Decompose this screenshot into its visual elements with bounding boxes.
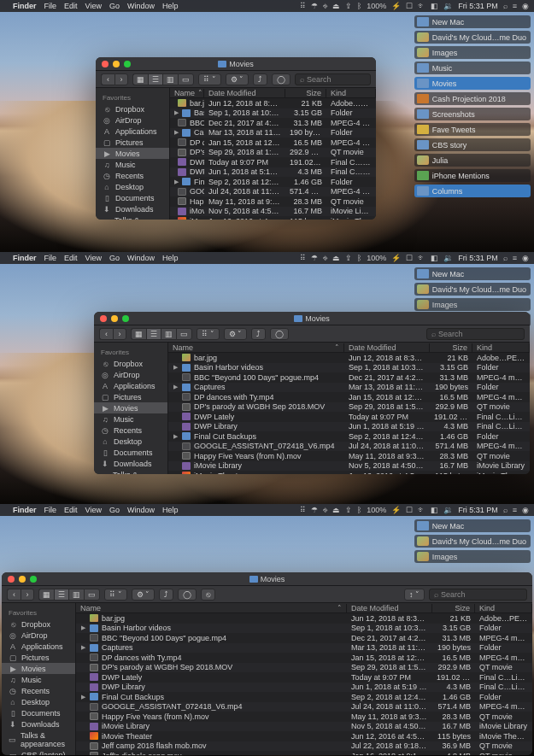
desktop-stack[interactable]: New Mac: [414, 15, 531, 28]
sidebar-item[interactable]: ⌂Desktop: [94, 436, 167, 447]
sidebar-item[interactable]: ♫Music: [94, 413, 167, 425]
sidebar-item[interactable]: ⌂Desktop: [96, 181, 169, 192]
file-row[interactable]: iMovie Theater Jun 12, 2016 at 4:53 PM 1…: [76, 731, 532, 741]
menu-item[interactable]: Go: [109, 506, 120, 514]
desktop-stack[interactable]: New Mac: [414, 267, 531, 280]
minimize-button[interactable]: [111, 315, 118, 322]
file-row[interactable]: iMovie Library Nov 5, 2018 at 4:50 PM 16…: [76, 722, 532, 732]
icon-view-button[interactable]: ▦: [38, 589, 54, 601]
file-row[interactable]: iMovie Library Nov 5, 2018 at 4:50 PM 16…: [170, 207, 376, 217]
file-row[interactable]: Happy Five Years (from N).mov May 11, 20…: [76, 712, 532, 722]
status-icon[interactable]: ⏏: [332, 2, 340, 10]
back-button[interactable]: ‹: [99, 328, 113, 340]
file-row[interactable]: DWP Library Jun 1, 2018 at 5:19 PM 4.3 M…: [168, 422, 530, 432]
menu-extra-icon[interactable]: ◉: [522, 2, 529, 10]
zoom-button[interactable]: [124, 61, 131, 67]
sidebar-item[interactable]: ◎AirDrop: [94, 369, 167, 380]
desktop-stack[interactable]: CBS story: [414, 138, 531, 151]
desktop-stack[interactable]: Images: [414, 46, 531, 59]
disclosure-icon[interactable]: ▶: [80, 694, 86, 700]
sidebar-item[interactable]: ◎AirDrop: [2, 630, 75, 641]
col-kind[interactable]: Kind: [472, 343, 530, 352]
desktop-stack[interactable]: iPhone Mentions: [414, 169, 531, 182]
sidebar-item[interactable]: AApplications: [2, 641, 75, 652]
file-row[interactable]: ▶Captures Mar 13, 2018 at 11:58 PM 190 b…: [170, 128, 376, 138]
disclosure-icon[interactable]: ▶: [80, 624, 86, 631]
sidebar-item[interactable]: ◷Recents: [2, 685, 75, 696]
disclosure-icon[interactable]: ▶: [174, 179, 179, 185]
status-icon[interactable]: ☐: [406, 506, 413, 514]
menu-item[interactable]: View: [85, 506, 102, 514]
file-row[interactable]: GOOGLE_ASSISTANT_072418_V6.mp4 Jul 24, 2…: [76, 702, 532, 712]
status-icon[interactable]: ☂: [311, 2, 318, 10]
sidebar-item[interactable]: ⎋Dropbox: [2, 618, 75, 630]
share-button[interactable]: ⤴: [251, 328, 266, 340]
gallery-view-button[interactable]: ▭: [178, 73, 194, 85]
zoom-button[interactable]: [122, 315, 129, 322]
desktop-stack[interactable]: Cash Projection 2018: [414, 92, 531, 105]
menu-extra-icon[interactable]: ⌕: [503, 254, 508, 262]
file-row[interactable]: ▶Final Cut Backups Sep 2, 2018 at 12:41 …: [170, 177, 376, 187]
minimize-button[interactable]: [113, 61, 120, 67]
status-icon[interactable]: 100%: [367, 254, 386, 262]
menu-item[interactable]: View: [85, 254, 102, 262]
col-name[interactable]: Name ˄: [168, 343, 344, 352]
status-icon[interactable]: 100%: [367, 2, 386, 10]
menu-item[interactable]: Edit: [64, 506, 78, 514]
app-menu[interactable]: Finder: [13, 254, 37, 262]
disclosure-icon[interactable]: ▶: [173, 364, 179, 371]
titlebar[interactable]: Movies: [94, 312, 530, 325]
file-row[interactable]: bar.jpg Jun 12, 2018 at 8:35 PM 21 KB Ad…: [168, 353, 530, 363]
group-button[interactable]: ⠿ ˅: [197, 328, 220, 340]
app-menu[interactable]: Finder: [13, 2, 37, 10]
menu-extra-icon[interactable]: ≡: [513, 254, 517, 262]
back-button[interactable]: ‹: [7, 589, 21, 601]
status-icon[interactable]: ◧: [431, 2, 438, 10]
icon-view-button[interactable]: ▦: [131, 328, 146, 340]
file-row[interactable]: Jeff's diabolo song.mov Jan 16, 2018 at …: [76, 751, 532, 755]
action-button[interactable]: ⚙ ˅: [224, 328, 248, 340]
menu-extra-icon[interactable]: ◉: [522, 506, 529, 514]
list-view-button[interactable]: ☰: [146, 328, 161, 340]
icon-view-button[interactable]: ▦: [132, 73, 148, 85]
sidebar-item[interactable]: ♫Music: [96, 159, 169, 170]
file-row[interactable]: Jeff camp 2018 flash mob.mov Jul 22, 201…: [76, 741, 532, 752]
status-icon[interactable]: ⠿: [300, 254, 306, 262]
file-row[interactable]: ▶Basin Harbor videos Sep 1, 2018 at 10:3…: [168, 363, 530, 373]
status-icon[interactable]: ⇪: [345, 2, 352, 10]
sidebar-item[interactable]: ▭CBS (laptop): [2, 749, 75, 755]
titlebar[interactable]: Movies: [96, 57, 376, 71]
status-icon[interactable]: ☐: [406, 254, 413, 262]
status-icon[interactable]: ᛒ: [357, 2, 361, 10]
status-icon[interactable]: ☂: [311, 506, 318, 514]
tags-button[interactable]: ◯: [270, 328, 289, 340]
status-icon[interactable]: ⠿: [300, 2, 306, 10]
file-row[interactable]: iMovie Theater Jun 12, 2016 at 4:53 PM 1…: [168, 471, 530, 474]
file-row[interactable]: DP's parody at WGBH Sep 2018.MOV Sep 29,…: [76, 663, 532, 673]
sidebar-item[interactable]: ▯Documents: [94, 447, 167, 458]
titlebar[interactable]: Movies: [2, 572, 532, 586]
desktop-stack[interactable]: Julia: [414, 154, 531, 167]
sidebar-item[interactable]: ⎋Dropbox: [96, 103, 169, 114]
file-row[interactable]: DP's parody at WGBH Sep 2018.MOV Sep 29,…: [168, 402, 530, 413]
col-date[interactable]: Date Modified: [344, 343, 430, 352]
file-row[interactable]: BBC "Beyond 100 Days" pogue.mp4 Dec 21, …: [168, 372, 530, 383]
arrange-button[interactable]: ↕ ˅: [404, 589, 425, 601]
col-kind[interactable]: Kind: [475, 604, 532, 612]
sidebar-item[interactable]: ⬇Downloads: [2, 718, 75, 730]
forward-button[interactable]: ›: [21, 589, 34, 601]
menu-extra-icon[interactable]: ◉: [522, 254, 529, 262]
sidebar-item[interactable]: ◷Recents: [94, 425, 167, 436]
menu-item[interactable]: Go: [109, 254, 120, 262]
status-icon[interactable]: ◧: [431, 506, 438, 514]
desktop-stack[interactable]: Music: [414, 62, 531, 74]
sidebar-item[interactable]: ♫Music: [2, 674, 75, 685]
finder-window[interactable]: Movies ‹ › ▦ ☰ ▥ ▭ ⠿ ˅ ⚙ ˅ ⤴ ◯ ⌕Search F…: [94, 312, 530, 474]
status-icon[interactable]: ⇪: [345, 506, 352, 514]
col-name[interactable]: Name ˄: [76, 604, 347, 612]
sidebar-item[interactable]: ▶Movies: [2, 663, 75, 674]
disclosure-icon[interactable]: ▶: [174, 109, 179, 116]
gallery-view-button[interactable]: ▭: [176, 328, 192, 340]
disclosure-icon[interactable]: ▶: [173, 433, 179, 440]
menu-item[interactable]: View: [85, 2, 102, 10]
